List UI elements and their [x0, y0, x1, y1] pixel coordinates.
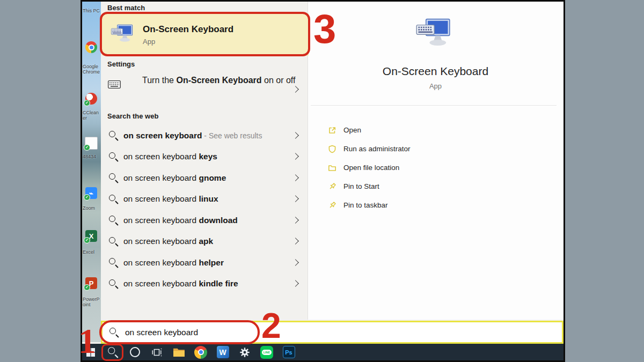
suggestion-text: on screen keyboard	[123, 258, 199, 267]
suggestion-text: on screen keyboard	[123, 173, 199, 182]
search-icon	[109, 173, 118, 182]
ccleaner-desktop-icon[interactable]	[84, 93, 98, 105]
suggestion-completion: keys	[199, 152, 217, 161]
settings-header: Settings	[107, 60, 135, 68]
taskbar: W LINE Ps	[82, 344, 564, 360]
search-icon	[109, 237, 118, 246]
suggestion-text: on screen keyboard	[123, 152, 199, 161]
search-icon	[109, 216, 118, 225]
zoom-desktop-icon[interactable]: ⌁	[84, 187, 98, 199]
action-label: Open file location	[343, 164, 399, 172]
annotation-number-3: 3	[313, 9, 336, 49]
chevron-right-icon	[292, 259, 299, 266]
suggestion-completion: helper	[199, 258, 224, 267]
task-view-button[interactable]	[150, 345, 164, 359]
line-icon: LINE	[260, 346, 273, 359]
settings-button[interactable]	[238, 345, 252, 359]
photoshop-icon: Ps	[283, 346, 295, 358]
photoshop-button[interactable]: Ps	[282, 345, 296, 359]
annotation-circle-step3	[100, 12, 310, 56]
folder-icon	[327, 163, 336, 172]
search-icon	[109, 131, 118, 140]
chevron-right-icon	[292, 217, 299, 224]
annotation-number-1: 1	[78, 323, 96, 359]
settings-result[interactable]: Turn the On-Screen Keyboard on or off	[101, 75, 308, 107]
preview-title: On-Screen Keyboard	[308, 65, 564, 78]
excel-desktop-icon[interactable]: X	[84, 230, 98, 242]
search-icon	[109, 279, 118, 289]
web-suggestion[interactable]: on screen keyboard keys	[101, 146, 308, 168]
chrome-button[interactable]	[194, 345, 208, 359]
action-pin-to-start[interactable]: Pin to Start	[308, 177, 564, 196]
web-suggestion[interactable]: on screen keyboard gnome	[101, 167, 308, 189]
suggestion-text: on screen keyboard	[123, 237, 199, 246]
settings-result-text: Turn the On-Screen Keyboard on or off	[142, 75, 304, 86]
desktop-label-zoom: Zoom	[83, 205, 101, 211]
web-suggestion[interactable]: on screen keyboard helper	[101, 252, 308, 274]
search-icon	[109, 195, 118, 204]
suggestion-completion: linux	[199, 194, 218, 203]
divider	[311, 105, 557, 106]
desktop-label-document: 48434	[83, 154, 101, 159]
annotation-number-2: 2	[261, 308, 281, 343]
keyboard-icon	[108, 80, 121, 91]
suggestion-completion: apk	[199, 237, 213, 246]
word-button[interactable]: W	[216, 345, 230, 359]
action-pin-to-taskbar[interactable]: Pin to taskbar	[308, 196, 564, 215]
desktop-label-chrome: Google Chrome	[83, 64, 101, 75]
shield-icon	[327, 144, 336, 153]
search-icon	[109, 152, 118, 161]
suggestion-text: on screen keyboard	[123, 131, 202, 140]
suggestion-completion: download	[199, 216, 237, 225]
chevron-right-icon	[292, 174, 299, 181]
line-button[interactable]: LINE	[260, 345, 274, 359]
suggestion-completion: kindle fire	[199, 279, 238, 288]
suggestion-note: - See web results	[202, 131, 262, 140]
on-screen-keyboard-large-icon	[415, 18, 451, 51]
chrome-desktop-icon[interactable]	[84, 41, 98, 53]
suggestion-text: on screen keyboard	[123, 194, 199, 203]
web-suggestion[interactable]: on screen keyboard linux	[101, 189, 308, 210]
context-actions-list: Open Run as administrator Open file loca…	[308, 121, 564, 215]
annotated-screenshot: This PC Google Chrome CCleaner 48434 ⌁ Z…	[0, 0, 644, 362]
action-label: Open	[343, 126, 361, 134]
web-suggestion[interactable]: on screen keyboard - See web results	[101, 125, 308, 146]
annotation-circle-step1	[101, 344, 123, 361]
powerpoint-desktop-icon[interactable]: P	[84, 277, 98, 289]
chevron-right-icon	[292, 280, 299, 287]
desktop-label-this-pc: This PC	[83, 8, 101, 13]
suggestion-text: on screen keyboard	[123, 279, 199, 288]
suggestion-completion: gnome	[199, 173, 226, 182]
action-label: Pin to taskbar	[343, 201, 388, 209]
document-desktop-icon[interactable]	[84, 137, 98, 150]
chevron-right-icon	[292, 238, 299, 245]
desktop-label-ccleaner: CCleaner	[83, 110, 101, 121]
cortana-button[interactable]	[128, 345, 142, 359]
desktop-label-powerpoint: PowerPoint	[83, 297, 101, 307]
chevron-right-icon	[292, 86, 299, 93]
annotation-circle-step2	[99, 320, 260, 344]
web-suggestion[interactable]: on screen keyboard apk	[101, 231, 308, 253]
web-suggestion[interactable]: on screen keyboard kindle fire	[101, 274, 308, 295]
action-open-file-location[interactable]: Open file location	[308, 158, 564, 177]
action-open[interactable]: Open	[308, 121, 564, 139]
web-suggestion[interactable]: on screen keyboard download	[101, 210, 308, 231]
chevron-right-icon	[292, 153, 299, 160]
web-suggestions-list: on screen keyboard - See web results on …	[101, 125, 308, 294]
action-label: Pin to Start	[343, 182, 379, 190]
chevron-right-icon	[292, 132, 299, 139]
open-icon	[327, 125, 336, 135]
preview-type: App	[308, 82, 564, 90]
best-match-header: Best match	[107, 4, 145, 12]
pin-icon	[327, 201, 336, 210]
pin-icon	[327, 182, 336, 191]
chevron-right-icon	[292, 195, 299, 202]
word-icon: W	[217, 346, 229, 358]
action-label: Run as administrator	[343, 145, 411, 153]
search-icon	[109, 258, 118, 267]
action-run-as-administrator[interactable]: Run as administrator	[308, 139, 564, 158]
file-explorer-button[interactable]	[172, 345, 186, 359]
search-the-web-header: Search the web	[107, 112, 158, 120]
desktop-background: This PC Google Chrome CCleaner 48434 ⌁ Z…	[82, 2, 101, 342]
desktop-label-excel: Excel	[83, 249, 101, 255]
